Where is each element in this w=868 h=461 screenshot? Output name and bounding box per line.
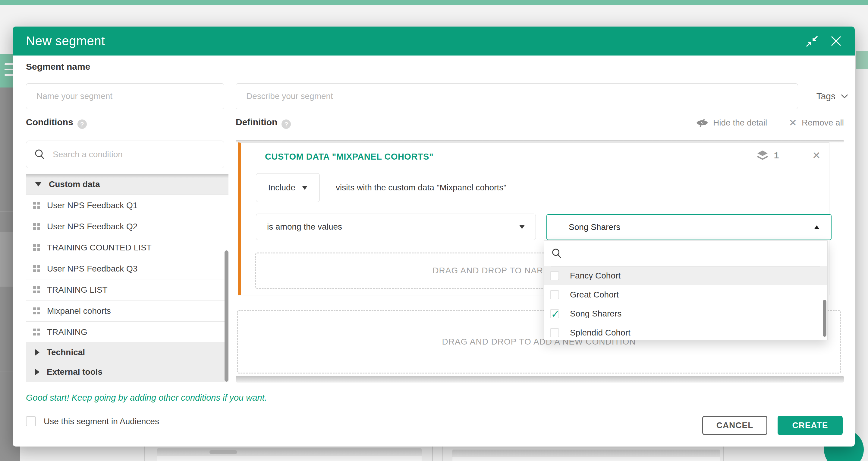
drag-handle-icon[interactable] <box>33 265 40 272</box>
close-icon[interactable] <box>830 34 843 48</box>
drag-handle-icon[interactable] <box>33 328 40 336</box>
conditions-label: Conditions? <box>26 117 87 129</box>
dropdown-option[interactable]: Great Cohort <box>544 285 827 304</box>
search-placeholder: Search a condition <box>53 150 123 159</box>
dropdown-option[interactable]: Splendid Cohort <box>544 323 827 342</box>
caret-up-icon <box>814 225 819 229</box>
dropdown-search[interactable] <box>544 241 827 266</box>
audiences-label: Use this segment in Audiences <box>44 416 159 426</box>
conditions-list: Custom data User NPS Feedback Q1 User NP… <box>26 174 228 382</box>
caret-right-icon <box>35 369 39 375</box>
include-dropdown[interactable]: Include <box>256 173 320 202</box>
dropdown-option[interactable]: Fancy Cohort <box>544 266 827 285</box>
collapse-icon[interactable] <box>805 34 818 48</box>
stack-count: 1 <box>774 150 779 161</box>
caret-down-icon <box>519 225 525 229</box>
caret-down-icon <box>302 186 307 190</box>
list-scrollbar[interactable] <box>224 251 228 382</box>
value-dropdown-panel: Fancy Cohort Great Cohort Song Sharers S… <box>544 240 828 340</box>
hide-detail-button[interactable]: Hide the detail <box>696 118 767 128</box>
dropdown-scrollbar[interactable] <box>823 300 827 337</box>
modal-title: New segment <box>26 34 105 48</box>
chevron-down-icon <box>841 91 848 98</box>
drag-handle-icon[interactable] <box>33 223 40 230</box>
tags-dropdown[interactable]: Tags <box>816 83 847 109</box>
checkbox[interactable] <box>550 328 559 337</box>
condition-card-title: CUSTOM DATA "MIXPANEL COHORTS" <box>265 152 433 162</box>
search-icon <box>34 149 45 160</box>
background-content <box>20 446 868 461</box>
condition-sentence: visits with the custom data "Mixpanel co… <box>336 173 506 202</box>
remove-condition-icon[interactable]: ✕ <box>812 149 821 162</box>
audiences-checkbox[interactable] <box>26 416 36 426</box>
group-custom-data[interactable]: Custom data <box>26 174 228 195</box>
operator-dropdown[interactable]: is among the values <box>256 213 536 240</box>
layers-icon <box>756 150 769 161</box>
cancel-button[interactable]: CANCEL <box>702 416 767 435</box>
segment-description-input[interactable] <box>236 83 798 109</box>
remove-all-button[interactable]: ✕ Remove all <box>789 117 844 128</box>
checkbox-checked[interactable] <box>550 309 559 318</box>
help-icon[interactable]: ? <box>281 119 291 129</box>
eye-off-icon <box>696 118 708 128</box>
caret-right-icon <box>35 349 39 356</box>
condition-item[interactable]: User NPS Feedback Q2 <box>26 216 228 237</box>
app-top-bar <box>0 0 868 5</box>
background-card-control <box>210 450 237 454</box>
value-select[interactable]: Song Sharers <box>547 214 832 240</box>
drag-handle-icon[interactable] <box>33 308 40 314</box>
help-icon[interactable]: ? <box>78 119 87 129</box>
condition-item[interactable]: User NPS Feedback Q1 <box>26 195 228 216</box>
dropdown-option[interactable]: Song Sharers <box>544 304 827 323</box>
condition-item[interactable]: TRAINING LIST <box>26 279 228 300</box>
definition-label: Definition? <box>236 117 291 129</box>
checkbox[interactable] <box>550 290 559 299</box>
group-technical[interactable]: Technical <box>26 343 228 362</box>
drag-handle-icon[interactable] <box>33 244 40 251</box>
condition-search-box[interactable]: Search a condition <box>26 141 224 168</box>
tags-label: Tags <box>816 91 835 102</box>
checkbox[interactable] <box>550 271 559 280</box>
background-card <box>157 448 422 461</box>
drag-handle-icon[interactable] <box>33 202 40 209</box>
condition-item[interactable]: User NPS Feedback Q3 <box>26 258 228 279</box>
background-header-element <box>856 51 868 69</box>
segment-name-input[interactable] <box>26 83 224 109</box>
progress-tip: Good start! Keep going by adding other c… <box>26 393 267 403</box>
modal-header: New segment <box>13 27 855 56</box>
segment-name-label: Segment name <box>26 62 90 72</box>
horizontal-scrollbar[interactable] <box>236 376 844 382</box>
new-segment-modal: New segment Segment name Tags Conditions… <box>13 27 855 446</box>
condition-item[interactable]: Mixpanel cohorts <box>26 300 228 322</box>
condition-item[interactable]: TRAINING COUNTED LIST <box>26 237 228 258</box>
caret-down-icon <box>35 182 41 186</box>
group-external-tools[interactable]: External tools <box>26 362 228 382</box>
drag-handle-icon[interactable] <box>33 286 40 293</box>
x-icon: ✕ <box>789 117 797 128</box>
create-button[interactable]: CREATE <box>778 416 843 435</box>
condition-item[interactable]: TRAINING <box>26 322 228 343</box>
background-card <box>452 450 720 461</box>
search-icon <box>551 248 562 259</box>
